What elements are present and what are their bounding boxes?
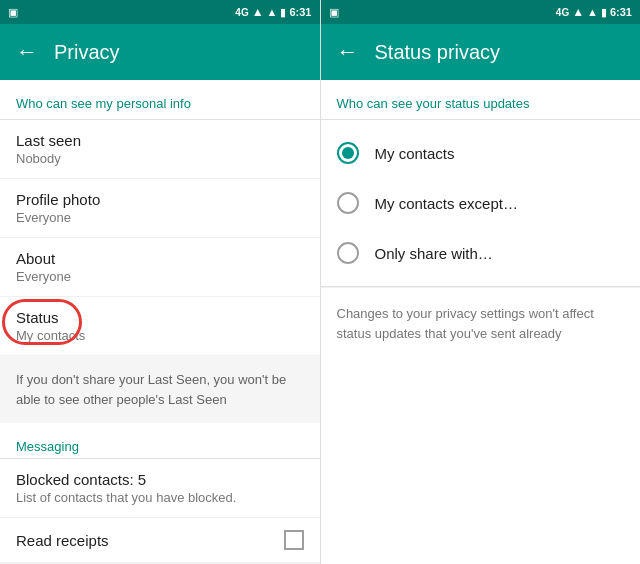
- blocked-contacts-title: Blocked contacts: 5: [16, 471, 304, 488]
- messaging-section-header: Messaging: [0, 423, 320, 458]
- left-status-bar: ▣ 4G ▲ ▲ ▮ 6:31: [0, 0, 320, 24]
- right-wifi-icon: ▲: [587, 6, 598, 18]
- profile-photo-setting[interactable]: Profile photo Everyone: [0, 179, 320, 238]
- read-receipts-checkbox[interactable]: [284, 530, 304, 550]
- status-update-section-header: Who can see your status updates: [321, 80, 641, 119]
- right-status-icons: 4G ▲ ▲ ▮ 6:31: [556, 5, 632, 19]
- radio-my-contacts[interactable]: My contacts: [321, 128, 641, 178]
- radio-my-contacts-inner: [342, 147, 354, 159]
- blocked-contacts-setting[interactable]: Blocked contacts: 5 List of contacts tha…: [0, 459, 320, 518]
- privacy-note: Changes to your privacy settings won't a…: [321, 287, 641, 359]
- time-display: 6:31: [289, 6, 311, 18]
- last-seen-title: Last seen: [16, 132, 304, 149]
- last-seen-info: If you don't share your Last Seen, you w…: [0, 356, 320, 423]
- status-title: Status: [16, 309, 304, 326]
- back-button[interactable]: ←: [16, 39, 38, 65]
- left-content: Who can see my personal info Last seen N…: [0, 80, 320, 564]
- right-app-bar: ← Status privacy: [321, 24, 641, 80]
- status-setting[interactable]: Status My contacts: [0, 297, 320, 356]
- right-signal-icon: ▲: [572, 5, 584, 19]
- last-seen-subtitle: Nobody: [16, 151, 304, 166]
- left-app-bar: ← Privacy: [0, 24, 320, 80]
- right-page-title: Status privacy: [375, 41, 625, 64]
- read-receipts-setting[interactable]: Read receipts: [0, 518, 320, 563]
- page-title: Privacy: [54, 41, 304, 64]
- right-content: Who can see your status updates My conta…: [321, 80, 641, 564]
- right-status-bar: ▣ 4G ▲ ▲ ▮ 6:31: [321, 0, 641, 24]
- privacy-radio-group: My contacts My contacts except… Only sha…: [321, 120, 641, 286]
- radio-my-contacts-circle: [337, 142, 359, 164]
- radio-contacts-except-label: My contacts except…: [375, 195, 518, 212]
- profile-photo-subtitle: Everyone: [16, 210, 304, 225]
- last-seen-setting[interactable]: Last seen Nobody: [0, 120, 320, 179]
- profile-photo-title: Profile photo: [16, 191, 304, 208]
- about-subtitle: Everyone: [16, 269, 304, 284]
- battery-icon: ▮: [280, 6, 286, 19]
- right-panel: ▣ 4G ▲ ▲ ▮ 6:31 ← Status privacy Who can…: [321, 0, 641, 564]
- left-panel: ▣ 4G ▲ ▲ ▮ 6:31 ← Privacy Who can see my…: [0, 0, 320, 564]
- right-battery-icon: ▮: [601, 6, 607, 19]
- right-network-indicator: 4G: [556, 7, 569, 18]
- network-indicator: 4G: [235, 7, 248, 18]
- radio-my-contacts-label: My contacts: [375, 145, 455, 162]
- camera-icon: ▣: [8, 6, 18, 19]
- signal-icon: ▲: [252, 5, 264, 19]
- radio-only-share-label: Only share with…: [375, 245, 493, 262]
- status-subtitle: My contacts: [16, 328, 304, 343]
- right-camera-icon: ▣: [329, 6, 339, 19]
- read-receipts-label: Read receipts: [16, 532, 109, 549]
- wifi-icon: ▲: [267, 6, 278, 18]
- personal-info-section-header: Who can see my personal info: [0, 80, 320, 119]
- blocked-contacts-subtitle: List of contacts that you have blocked.: [16, 490, 304, 505]
- about-title: About: [16, 250, 304, 267]
- right-time-display: 6:31: [610, 6, 632, 18]
- about-setting[interactable]: About Everyone: [0, 238, 320, 297]
- right-back-button[interactable]: ←: [337, 39, 359, 65]
- radio-only-share[interactable]: Only share with…: [321, 228, 641, 278]
- radio-contacts-except[interactable]: My contacts except…: [321, 178, 641, 228]
- status-bar-icons: 4G ▲ ▲ ▮ 6:31: [235, 5, 311, 19]
- radio-contacts-except-circle: [337, 192, 359, 214]
- radio-only-share-circle: [337, 242, 359, 264]
